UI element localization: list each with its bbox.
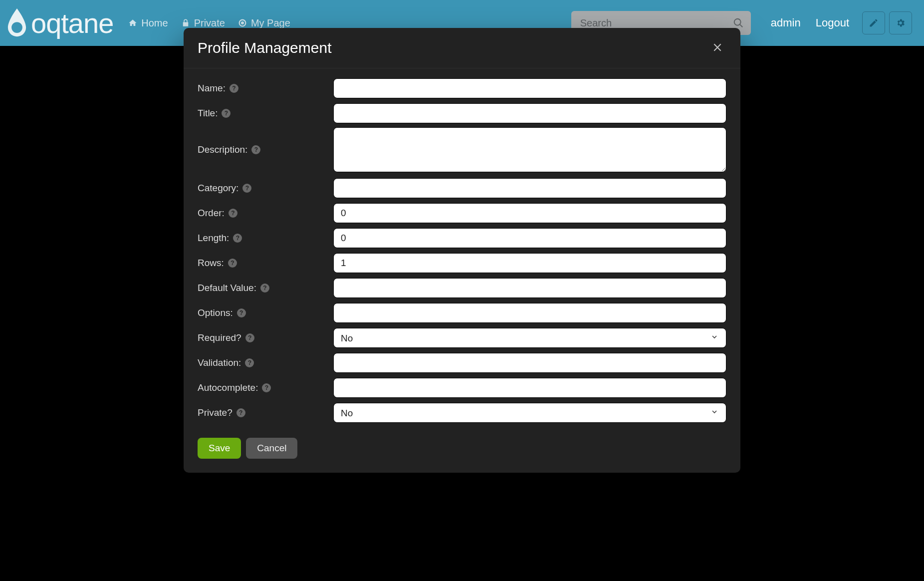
- label-text: Autocomplete:: [198, 382, 258, 393]
- help-icon[interactable]: [228, 259, 237, 268]
- help-icon[interactable]: [245, 333, 254, 342]
- label-text: Options:: [198, 307, 233, 318]
- default-value-input[interactable]: [333, 278, 726, 298]
- help-icon[interactable]: [245, 358, 254, 367]
- help-icon[interactable]: [260, 284, 269, 292]
- profile-management-modal: Profile Management Name: Title: Descript…: [184, 28, 740, 473]
- nav-item-my-page[interactable]: My Page: [238, 17, 290, 29]
- close-icon: [712, 42, 722, 52]
- field-order: Order:: [198, 202, 726, 224]
- autocomplete-input[interactable]: [333, 378, 726, 398]
- modal-footer: Save Cancel: [184, 430, 740, 473]
- logout-link[interactable]: Logout: [816, 16, 849, 29]
- settings-button[interactable]: [889, 11, 912, 34]
- modal-body: Name: Title: Description: Category: Orde…: [184, 68, 740, 430]
- category-input[interactable]: [333, 178, 726, 198]
- label-text: Name:: [198, 83, 226, 94]
- help-icon[interactable]: [242, 184, 251, 193]
- help-icon[interactable]: [237, 308, 246, 317]
- field-title: Title:: [198, 102, 726, 124]
- modal-title: Profile Management: [198, 39, 331, 56]
- field-default-value: Default Value:: [198, 277, 726, 299]
- help-icon[interactable]: [229, 209, 237, 218]
- field-category: Category:: [198, 177, 726, 199]
- modal-header: Profile Management: [184, 28, 740, 68]
- field-autocomplete: Autocomplete:: [198, 377, 726, 399]
- field-required: Required? No: [198, 327, 726, 349]
- field-length: Length:: [198, 227, 726, 249]
- home-icon: [128, 18, 137, 27]
- help-icon[interactable]: [222, 109, 231, 118]
- help-icon[interactable]: [230, 84, 238, 93]
- order-input[interactable]: [333, 203, 726, 223]
- required-select[interactable]: No: [333, 328, 726, 348]
- field-private: Private? No: [198, 402, 726, 424]
- help-icon[interactable]: [233, 234, 242, 243]
- nav-label: Private: [194, 17, 225, 29]
- field-name: Name:: [198, 77, 726, 99]
- modal-close-button[interactable]: [708, 39, 726, 57]
- brand-text: oqtane: [31, 7, 113, 39]
- user-links: admin Logout: [771, 16, 849, 29]
- title-input[interactable]: [333, 103, 726, 123]
- primary-nav: Home Private My Page: [128, 17, 290, 29]
- label-text: Private?: [198, 407, 232, 418]
- lock-icon: [181, 18, 190, 27]
- nav-label: Home: [141, 17, 168, 29]
- field-rows: Rows:: [198, 252, 726, 274]
- label-text: Rows:: [198, 258, 224, 269]
- rows-input[interactable]: [333, 253, 726, 273]
- edit-button[interactable]: [862, 11, 885, 34]
- user-name-link[interactable]: admin: [771, 16, 801, 29]
- length-input[interactable]: [333, 228, 726, 248]
- field-validation: Validation:: [198, 352, 726, 374]
- label-text: Required?: [198, 332, 241, 343]
- help-icon[interactable]: [262, 383, 271, 392]
- nav-item-private[interactable]: Private: [181, 17, 225, 29]
- nav-label: My Page: [251, 17, 290, 29]
- label-text: Validation:: [198, 357, 241, 368]
- cancel-button[interactable]: Cancel: [246, 438, 297, 459]
- label-text: Description:: [198, 144, 247, 155]
- save-button[interactable]: Save: [198, 438, 241, 459]
- label-text: Category:: [198, 183, 238, 194]
- label-text: Length:: [198, 233, 229, 244]
- field-description: Description:: [198, 127, 726, 174]
- help-icon[interactable]: [236, 408, 245, 417]
- private-select[interactable]: No: [333, 403, 726, 423]
- label-text: Default Value:: [198, 283, 256, 293]
- target-icon: [238, 18, 247, 27]
- field-options: Options:: [198, 302, 726, 324]
- help-icon[interactable]: [251, 145, 260, 154]
- brand-logo[interactable]: oqtane: [2, 7, 113, 39]
- options-input[interactable]: [333, 303, 726, 323]
- validation-input[interactable]: [333, 353, 726, 373]
- name-input[interactable]: [333, 78, 726, 98]
- description-textarea[interactable]: [333, 127, 726, 172]
- nav-item-home[interactable]: Home: [128, 17, 168, 29]
- pencil-icon: [869, 18, 879, 28]
- admin-icon-buttons: [862, 11, 912, 34]
- label-text: Title:: [198, 108, 218, 119]
- label-text: Order:: [198, 208, 225, 219]
- gear-icon: [896, 18, 906, 28]
- brand-droplet-icon: [6, 8, 28, 37]
